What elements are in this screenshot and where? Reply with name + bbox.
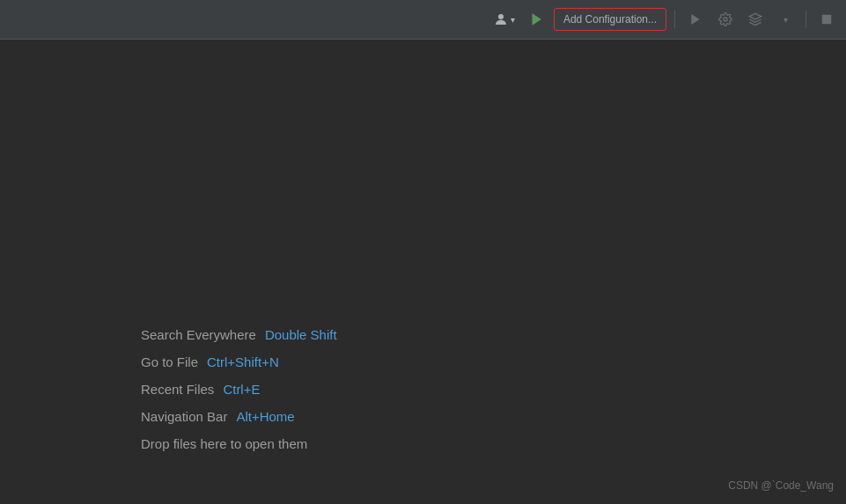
- stop-icon: [820, 13, 833, 26]
- play-button[interactable]: [683, 7, 708, 32]
- run-arrow-button[interactable]: [524, 7, 548, 32]
- run-config-dropdown-button[interactable]: ▾: [773, 7, 798, 32]
- attribution: CSDN @`Code_Wang: [728, 479, 834, 492]
- shortcut-recent-files-key: Ctrl+E: [223, 382, 260, 397]
- toolbar-separator-1: [674, 11, 675, 28]
- attribution-text: CSDN @`Code_Wang: [728, 479, 834, 492]
- add-configuration-button[interactable]: Add Configuration...: [554, 8, 666, 31]
- svg-marker-1: [532, 13, 541, 26]
- debug-button[interactable]: [713, 7, 738, 32]
- shortcut-recent-files-label: Recent Files: [141, 382, 214, 397]
- debug-icon: [718, 12, 732, 26]
- run-arrow-icon: [528, 11, 544, 27]
- shortcut-navigation-bar-key: Alt+Home: [236, 409, 294, 424]
- shortcut-search-everywhere-label: Search Everywhere: [141, 327, 256, 342]
- shortcut-navigation-bar-label: Navigation Bar: [141, 409, 227, 424]
- svg-rect-4: [822, 15, 832, 25]
- drop-files-row: Drop files here to open them: [141, 436, 846, 451]
- stop-button[interactable]: [814, 7, 839, 32]
- add-configuration-label: Add Configuration...: [563, 13, 657, 26]
- coverage-icon: [748, 12, 762, 26]
- shortcut-search-everywhere-key: Double Shift: [265, 327, 337, 342]
- svg-point-3: [724, 18, 727, 21]
- shortcut-go-to-file-key: Ctrl+Shift+N: [207, 354, 279, 369]
- coverage-button[interactable]: [743, 7, 768, 32]
- toolbar: ▾ Add Configuration... ▾: [0, 0, 846, 40]
- profile-button[interactable]: ▾: [489, 7, 519, 32]
- run-config-dropdown-arrow: ▾: [783, 15, 788, 25]
- svg-point-0: [498, 14, 504, 19]
- drop-files-label: Drop files here to open them: [141, 436, 307, 451]
- profile-icon: [493, 11, 509, 27]
- profile-dropdown-arrow: ▾: [511, 15, 515, 25]
- shortcut-go-to-file: Go to File Ctrl+Shift+N: [141, 354, 846, 369]
- shortcuts-area: Search Everywhere Double Shift Go to Fil…: [0, 327, 846, 486]
- play-icon: [688, 12, 703, 26]
- toolbar-separator-2: [806, 11, 806, 28]
- shortcut-go-to-file-label: Go to File: [141, 354, 198, 369]
- main-content: Search Everywhere Double Shift Go to Fil…: [0, 40, 846, 504]
- shortcut-navigation-bar: Navigation Bar Alt+Home: [141, 409, 846, 424]
- shortcut-recent-files: Recent Files Ctrl+E: [141, 382, 846, 397]
- svg-marker-2: [691, 14, 699, 25]
- shortcut-search-everywhere: Search Everywhere Double Shift: [141, 327, 846, 342]
